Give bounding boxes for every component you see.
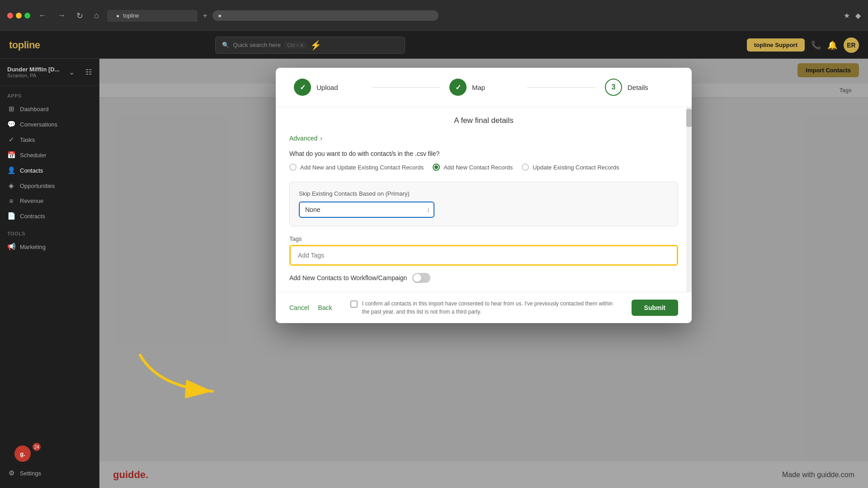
conversations-icon: 💬 [7, 120, 15, 128]
browser-tab-spinner: ● [116, 13, 119, 19]
tools-section-label: Tools [0, 229, 99, 239]
step-divider-2 [527, 87, 596, 88]
sidebar-item-contacts[interactable]: 👤 Contacts [0, 163, 99, 178]
skip-section-label: Skip Existing Contacts Based on (Primary… [299, 190, 669, 197]
sidebar-item-label: Opportunities [20, 183, 55, 189]
scroll-indicator [686, 107, 692, 292]
browser-tab-title: topline [123, 13, 139, 19]
extensions-button[interactable]: ◆ [855, 11, 861, 20]
notification-badge: 24 [33, 443, 41, 451]
sidebar-item-label: Settings [20, 470, 41, 477]
radio-add-new[interactable]: Add New Contact Records [433, 164, 513, 171]
modal-title: A few final details [276, 107, 692, 134]
notification-icon-button[interactable]: 🔔 [827, 40, 837, 50]
scheduler-icon: 📅 [7, 151, 15, 159]
search-bar[interactable]: 🔍 Quick search here Ctrl + K ⚡ [215, 37, 405, 54]
skip-select[interactable]: None Email Phone [299, 202, 434, 218]
refresh-nav-button[interactable]: ↻ [74, 9, 86, 23]
org-dropdown-icon[interactable]: ⌄ [69, 68, 75, 76]
step-details-circle: 3 [605, 79, 622, 96]
brand-logo: topline [9, 39, 40, 51]
step-map: ✓ Map [449, 79, 518, 96]
modal-overlay: ✓ Upload ✓ Map 3 Details [99, 59, 868, 488]
back-button[interactable]: Back [318, 304, 332, 311]
step-divider-1 [372, 87, 440, 88]
radio-update-existing[interactable]: Update Existing Contact Records [522, 164, 619, 171]
step-upload-circle: ✓ [294, 79, 311, 96]
sidebar-item-label: Marketing [20, 244, 46, 250]
bookmark-button[interactable]: ★ [844, 11, 850, 20]
radio-label-add-new: Add New Contact Records [443, 164, 513, 171]
step-upload: ✓ Upload [294, 79, 363, 96]
sidebar-item-conversations[interactable]: 💬 Conversations [0, 117, 99, 132]
address-bar[interactable]: ● [212, 10, 439, 21]
sidebar-avatar[interactable]: g. [14, 446, 31, 462]
scroll-thumb[interactable] [686, 109, 692, 127]
maximize-traffic-light[interactable] [24, 13, 30, 19]
advanced-chevron-icon: › [320, 135, 322, 142]
skip-section: Skip Existing Contacts Based on (Primary… [289, 182, 678, 226]
marketing-icon: 📢 [7, 243, 15, 251]
submit-button[interactable]: Submit [632, 300, 678, 316]
sidebar-toggle-icon[interactable]: ☷ [85, 68, 92, 76]
step-upload-label: Upload [316, 84, 338, 91]
top-nav: topline 🔍 Quick search here Ctrl + K ⚡ t… [0, 32, 868, 59]
sidebar-item-label: Tasks [20, 136, 35, 143]
sidebar-bottom: g. 24 [0, 442, 99, 465]
tasks-icon: ✓ [7, 136, 15, 144]
tags-input[interactable] [291, 246, 677, 264]
home-nav-button[interactable]: ⌂ [91, 9, 102, 22]
step-details-label: Details [627, 84, 648, 91]
forward-nav-button[interactable]: → [55, 9, 68, 22]
sidebar-item-dashboard[interactable]: ⊞ Dashboard [0, 101, 99, 117]
address-icon: ● [218, 12, 222, 19]
sidebar-item-opportunities[interactable]: ◈ Opportunities [0, 178, 99, 193]
radio-label-add-update: Add New and Update Existing Contact Reco… [300, 164, 424, 171]
contacts-icon: 👤 [7, 166, 15, 174]
sidebar-item-marketing[interactable]: 📢 Marketing [0, 239, 99, 254]
step-map-circle: ✓ [449, 79, 467, 96]
search-shortcut: Ctrl + K [284, 42, 307, 49]
workflow-row: Add New Contacts to Workflow/Campaign [289, 273, 678, 283]
stepper: ✓ Upload ✓ Map 3 Details [276, 68, 692, 107]
apps-section-label: Apps [0, 91, 99, 101]
tags-input-wrapper [289, 245, 678, 266]
opportunities-icon: ◈ [7, 182, 15, 190]
modal-footer: Cancel Back I confirm all contacts in th… [276, 292, 692, 323]
org-name: Dunder Mifflin [D... [7, 66, 60, 73]
modal-content-inner: Advanced › What do you want to do with c… [276, 134, 692, 292]
radio-add-update[interactable]: Add New and Update Existing Contact Reco… [289, 164, 424, 171]
sidebar-item-label: Contracts [20, 213, 45, 220]
advanced-label: Advanced [289, 135, 317, 142]
phone-icon-button[interactable]: 📞 [811, 40, 821, 50]
minimize-traffic-light[interactable] [16, 13, 22, 19]
sidebar-item-settings[interactable]: ⚙ Settings [0, 465, 99, 481]
settings-icon: ⚙ [7, 469, 15, 477]
sidebar-item-tasks[interactable]: ✓ Tasks [0, 132, 99, 147]
radio-dot-add-new [433, 164, 440, 171]
workflow-toggle[interactable] [412, 273, 430, 283]
import-modal: ✓ Upload ✓ Map 3 Details [276, 68, 692, 323]
back-nav-button[interactable]: ← [36, 9, 49, 22]
sidebar-item-revenue[interactable]: ≡ Revenue [0, 193, 99, 208]
advanced-link[interactable]: Advanced › [289, 135, 322, 142]
sidebar-item-scheduler[interactable]: 📅 Scheduler [0, 147, 99, 163]
content-area: Dunder Mifflin [D... Scranton, PA ⌄ ☷ Ap… [0, 59, 868, 488]
sidebar-item-label: Scheduler [20, 152, 47, 159]
confirm-checkbox[interactable] [350, 300, 358, 308]
skip-select-wrapper: None Email Phone ↕ [299, 202, 434, 218]
step-map-label: Map [472, 84, 485, 91]
browser-actions: ★ ◆ [844, 11, 861, 20]
support-button[interactable]: topline Support [747, 38, 805, 52]
confirm-row: I confirm all contacts in this import ha… [350, 300, 613, 316]
question-text: What do you want to do with contact/s in… [289, 150, 678, 157]
new-tab-button[interactable]: + [203, 12, 207, 20]
cancel-button[interactable]: Cancel [289, 304, 309, 311]
radio-dot-update-existing [522, 164, 529, 171]
radio-dot-add-update [289, 164, 297, 171]
sidebar-item-contracts[interactable]: 📄 Contracts [0, 208, 99, 224]
close-traffic-light[interactable] [7, 13, 13, 19]
user-avatar[interactable]: ER [844, 38, 859, 53]
modal-body: A few final details Advanced › What do y… [276, 107, 692, 292]
browser-tab[interactable]: ● topline [107, 10, 198, 22]
